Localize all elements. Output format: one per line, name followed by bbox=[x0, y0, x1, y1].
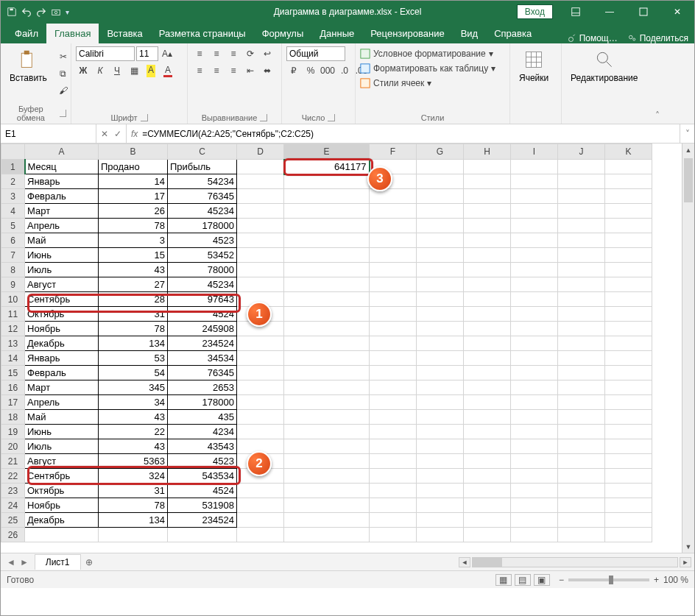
font-name-input[interactable] bbox=[76, 46, 135, 61]
scroll-down-icon[interactable]: ▼ bbox=[682, 540, 694, 553]
row-header[interactable]: 10 bbox=[1, 292, 25, 307]
cell[interactable] bbox=[284, 439, 370, 454]
col-header-D[interactable]: D bbox=[237, 144, 284, 160]
col-header-F[interactable]: F bbox=[370, 144, 417, 160]
conditional-formatting-button[interactable]: Условное форматирование ▾ bbox=[360, 49, 495, 59]
cell[interactable] bbox=[558, 277, 605, 292]
cell[interactable]: Июнь bbox=[25, 248, 99, 263]
cell[interactable]: Апрель bbox=[25, 395, 99, 410]
cell[interactable] bbox=[464, 498, 511, 513]
percent-icon[interactable]: % bbox=[303, 63, 318, 78]
cell[interactable] bbox=[417, 425, 464, 439]
cell[interactable]: 245908 bbox=[168, 322, 237, 336]
row-header[interactable]: 18 bbox=[1, 410, 25, 425]
sheet-nav-next-icon[interactable]: ► bbox=[20, 557, 29, 567]
cell[interactable] bbox=[464, 263, 511, 277]
cell[interactable]: 134 bbox=[99, 513, 168, 528]
row-header[interactable]: 26 bbox=[1, 528, 25, 542]
cell[interactable] bbox=[370, 484, 417, 498]
cell[interactable] bbox=[558, 160, 605, 174]
cell[interactable] bbox=[417, 351, 464, 366]
cell[interactable]: 54234 bbox=[168, 174, 237, 189]
cell[interactable] bbox=[237, 189, 284, 204]
cell[interactable] bbox=[511, 219, 558, 233]
format-painter-icon[interactable]: 🖌 bbox=[56, 83, 71, 98]
cell[interactable]: 97643 bbox=[168, 292, 237, 307]
cell[interactable] bbox=[558, 219, 605, 233]
orientation-icon[interactable]: ⟳ bbox=[243, 46, 258, 61]
tab-home[interactable]: Главная bbox=[46, 24, 99, 43]
cell[interactable]: 31 bbox=[99, 484, 168, 498]
cell[interactable] bbox=[417, 292, 464, 307]
row-header[interactable]: 17 bbox=[1, 395, 25, 410]
tab-layout[interactable]: Разметка страницы bbox=[151, 24, 254, 43]
cell[interactable] bbox=[464, 469, 511, 484]
cell[interactable]: 234524 bbox=[168, 336, 237, 351]
cell[interactable]: Месяц bbox=[25, 160, 99, 174]
cell[interactable] bbox=[511, 395, 558, 410]
cell[interactable]: Апрель bbox=[25, 219, 99, 233]
row-header[interactable]: 8 bbox=[1, 263, 25, 277]
cell[interactable] bbox=[605, 307, 652, 322]
signin-button[interactable]: Вход bbox=[517, 4, 553, 19]
cell[interactable] bbox=[284, 204, 370, 219]
cell[interactable] bbox=[605, 263, 652, 277]
align-top-icon[interactable]: ≡ bbox=[192, 46, 207, 61]
cell[interactable] bbox=[511, 513, 558, 528]
cell[interactable]: 4234 bbox=[168, 425, 237, 439]
cell[interactable] bbox=[511, 366, 558, 380]
cell[interactable]: 53 bbox=[99, 351, 168, 366]
cell[interactable]: Декабрь bbox=[25, 336, 99, 351]
cell[interactable] bbox=[511, 174, 558, 189]
cell[interactable] bbox=[605, 366, 652, 380]
cell[interactable] bbox=[464, 425, 511, 439]
indent-decrease-icon[interactable]: ⇤ bbox=[243, 63, 258, 78]
col-header-H[interactable]: H bbox=[464, 144, 511, 160]
clipboard-launcher[interactable] bbox=[60, 110, 66, 117]
camera-icon[interactable] bbox=[51, 7, 61, 17]
cell[interactable] bbox=[605, 322, 652, 336]
col-header-C[interactable]: C bbox=[168, 144, 237, 160]
cell[interactable]: 78 bbox=[99, 322, 168, 336]
cell[interactable] bbox=[417, 277, 464, 292]
col-header-J[interactable]: J bbox=[558, 144, 605, 160]
cell[interactable]: 4524 bbox=[168, 307, 237, 322]
cell[interactable] bbox=[370, 366, 417, 380]
cell[interactable] bbox=[511, 336, 558, 351]
tab-data[interactable]: Данные bbox=[311, 24, 362, 43]
cell[interactable] bbox=[284, 219, 370, 233]
cell[interactable] bbox=[370, 248, 417, 263]
cell[interactable] bbox=[464, 395, 511, 410]
cell[interactable]: 4524 bbox=[168, 484, 237, 498]
cell[interactable] bbox=[605, 336, 652, 351]
cell[interactable]: Прибыль bbox=[168, 160, 237, 174]
row-header[interactable]: 24 bbox=[1, 498, 25, 513]
cell[interactable] bbox=[168, 528, 237, 542]
cell[interactable] bbox=[417, 160, 464, 174]
cell[interactable] bbox=[237, 263, 284, 277]
cell[interactable]: 27 bbox=[99, 277, 168, 292]
cell[interactable] bbox=[464, 380, 511, 395]
cell[interactable] bbox=[605, 469, 652, 484]
cell[interactable] bbox=[464, 528, 511, 542]
cell[interactable] bbox=[370, 292, 417, 307]
cell[interactable] bbox=[417, 498, 464, 513]
cell[interactable] bbox=[284, 351, 370, 366]
font-size-input[interactable] bbox=[136, 46, 158, 61]
cell[interactable]: 3 bbox=[99, 233, 168, 248]
cell[interactable]: Сентябрь bbox=[25, 292, 99, 307]
cell[interactable]: Март bbox=[25, 204, 99, 219]
fx-icon[interactable]: fx bbox=[131, 129, 138, 139]
increase-decimal-icon[interactable]: .0 bbox=[337, 63, 352, 78]
cell[interactable] bbox=[605, 160, 652, 174]
cell[interactable] bbox=[417, 395, 464, 410]
cell[interactable]: 4523 bbox=[168, 454, 237, 469]
row-header[interactable]: 12 bbox=[1, 322, 25, 336]
cell[interactable]: Июнь bbox=[25, 425, 99, 439]
cell[interactable]: 34534 bbox=[168, 351, 237, 366]
number-launcher[interactable] bbox=[328, 114, 335, 121]
col-header-I[interactable]: I bbox=[511, 144, 558, 160]
col-header-A[interactable]: A bbox=[25, 144, 99, 160]
cell[interactable] bbox=[25, 528, 99, 542]
cell[interactable]: 15 bbox=[99, 248, 168, 263]
